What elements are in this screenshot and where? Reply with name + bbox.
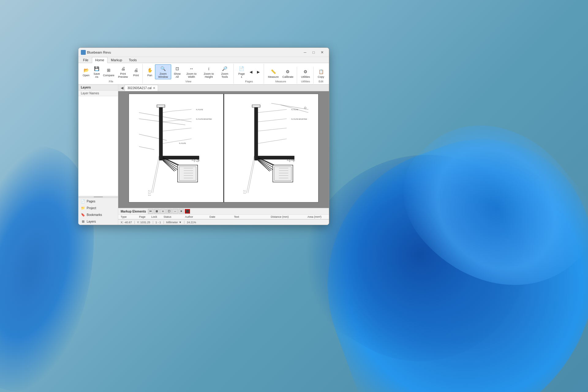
ribbon: File Home Markup Tools 📂 Open 💾 Save As	[78, 57, 329, 85]
nav-bookmarks[interactable]: 🔖 Bookmarks	[78, 211, 118, 218]
layer-content	[78, 96, 118, 196]
layer-names-label: Layer Names	[78, 91, 118, 96]
zoom-window-button[interactable]: 🔍 Zoom Window	[155, 64, 171, 79]
title-text: Bluebeam Revu	[87, 51, 111, 54]
maximize-button[interactable]: □	[309, 49, 318, 56]
y-coordinate: Y: 1031.25	[137, 221, 150, 224]
show-all-button[interactable]: ⊡ Show All	[172, 64, 183, 79]
page-icon: 📄	[238, 65, 245, 72]
markup-icon-list[interactable]: ≡	[160, 209, 166, 214]
markup-icon-cut[interactable]: ✂	[148, 209, 153, 214]
svg-text:FL PLATE MOUNTING: FL PLATE MOUNTING	[196, 118, 212, 120]
col-status: Status	[164, 215, 185, 218]
zoom-tools-button[interactable]: 🔎 Zoom Tools	[218, 64, 232, 79]
measure-button[interactable]: 📏 Measure	[266, 67, 280, 79]
drawing-panel-43: 43	[129, 94, 224, 202]
zoom-width-button[interactable]: ↔ Zoom to Width	[183, 64, 199, 79]
next-page-button[interactable]: ▶	[255, 69, 262, 75]
zoom-level: 24.21%	[187, 221, 196, 224]
nav-project[interactable]: 📁 Project	[78, 205, 118, 211]
project-nav-icon: 📁	[81, 206, 85, 210]
col-text: Text	[234, 215, 271, 218]
layers-header: Layers	[78, 85, 118, 91]
nav-layers[interactable]: ⊞ Layers	[78, 218, 118, 225]
doc-tab-main[interactable]: 302260SA217.cal ✕	[125, 85, 158, 91]
pan-icon: ✋	[146, 67, 153, 74]
utilities-button[interactable]: ⚙ Utilities	[300, 67, 311, 79]
col-page: Page	[139, 215, 151, 218]
close-button[interactable]: ✕	[318, 49, 326, 56]
view-group-label: View	[185, 80, 191, 83]
status-bar: X: -40.67 Y: 1031.25 1 - 1 Millimeter ▼ …	[118, 219, 329, 225]
compare-button[interactable]: ⊞ Compare	[103, 66, 115, 78]
minimize-button[interactable]: ─	[301, 49, 309, 56]
next-page-icon: ▶	[256, 70, 261, 74]
tab-home[interactable]: Home	[92, 57, 107, 63]
ribbon-group-edit: 📋 Copy Edit	[314, 67, 328, 84]
print-preview-icon: 🖨	[120, 65, 126, 72]
col-type: Type	[121, 215, 139, 218]
markup-icon-delete[interactable]: ✕	[179, 209, 184, 214]
calibrate-button[interactable]: ⚙ Calibrate	[281, 67, 295, 79]
bookmarks-nav-icon: 🔖	[81, 213, 85, 217]
edit-group-label: Edit	[318, 80, 323, 83]
col-date: Date	[209, 215, 234, 218]
markup-icon-check[interactable]: ☐	[166, 209, 172, 214]
markup-elements-label: Markup Elements	[121, 210, 146, 213]
ribbon-group-view: ✋ Pan 🔍 Zoom Window ⊡ Show All ↔ Zoom to…	[143, 64, 234, 84]
doc-tab-label: 302260SA217.cal	[127, 86, 152, 90]
ribbon-tab-bar: File Home Markup Tools	[78, 57, 329, 63]
svg-text:FL PLATE MOUNTING: FL PLATE MOUNTING	[291, 118, 307, 120]
svg-rect-42	[254, 106, 258, 160]
drawing-sheet: 43	[129, 94, 318, 202]
svg-rect-15	[179, 167, 196, 180]
svg-text:S/2: S/2	[292, 159, 295, 161]
show-all-icon: ⊡	[174, 65, 181, 72]
tab-tools[interactable]: Tools	[126, 57, 140, 63]
tab-scroll-left[interactable]: ◀	[119, 86, 125, 90]
ribbon-group-measure: 📏 Measure ⚙ Calibrate Measure	[265, 67, 297, 84]
col-area: Area (mm²)	[307, 215, 329, 218]
doc-area: ◀ 302260SA217.cal ✕	[118, 85, 329, 225]
markup-icons: ✂ ⊞ ≡ ☐ ↔ ✕ ⬛	[148, 209, 190, 214]
copy-icon: 📋	[318, 68, 324, 75]
doc-canvas[interactable]: 43	[118, 91, 329, 208]
ribbon-group-file: 📂 Open 💾 Save As ⊞ Compare 🖨 Print Previ…	[80, 64, 143, 84]
title-bar: Bluebeam Revu ─ □ ✕	[78, 48, 329, 57]
svg-text:FL PLATE: FL PLATE	[291, 109, 298, 111]
markup-icon-fill[interactable]: ⬛	[185, 209, 190, 214]
copy-button[interactable]: 📋 Copy	[316, 67, 326, 79]
measure-group-label: Measure	[275, 80, 286, 83]
status-sep-1	[134, 221, 135, 224]
nav-pages[interactable]: 📄 Pages	[78, 198, 118, 205]
prev-page-icon: ◀	[249, 70, 253, 74]
tab-file[interactable]: File	[80, 57, 92, 63]
zoom-height-button[interactable]: ↕ Zoom to Height	[200, 64, 217, 79]
svg-text:FL PLATE: FL PLATE	[179, 142, 186, 144]
print-preview-button[interactable]: 🖨 Print Preview	[115, 64, 131, 79]
svg-text:FL PLATE: FL PLATE	[196, 109, 203, 111]
status-sep-3	[164, 221, 164, 224]
status-sep-4	[184, 221, 184, 224]
doc-tab-close[interactable]: ✕	[153, 86, 155, 90]
page-info: 1 - 1	[156, 221, 161, 224]
save-as-button[interactable]: 💾 Save As	[91, 64, 102, 79]
doc-tabs: ◀ 302260SA217.cal ✕	[118, 85, 329, 91]
drawing-panel-44: 44	[224, 94, 319, 202]
markup-icon-grid[interactable]: ⊞	[154, 209, 160, 214]
ribbon-group-utilities: ⚙ Utilities Utilities	[298, 67, 314, 84]
page-selector-button[interactable]: 📄 Page 1	[236, 64, 247, 79]
pan-button[interactable]: ✋ Pan	[145, 66, 154, 78]
col-distance: Distance (mm)	[271, 215, 307, 218]
open-button[interactable]: 📂 Open	[81, 66, 91, 78]
markup-table-header: Type Page Lock Status Author Date Text D…	[118, 215, 329, 219]
print-button[interactable]: 🖨 Print	[131, 66, 141, 78]
x-coordinate: X: -40.67	[121, 221, 132, 224]
prev-page-button[interactable]: ◀	[247, 69, 254, 75]
drawing-container: 43	[118, 91, 329, 208]
unit-selector[interactable]: Millimeter ▼	[166, 221, 182, 224]
zoom-window-icon: 🔍	[160, 65, 166, 72]
markup-icon-resize[interactable]: ↔	[172, 209, 178, 214]
tab-markup[interactable]: Markup	[107, 57, 126, 63]
col-author: Author	[185, 215, 209, 218]
